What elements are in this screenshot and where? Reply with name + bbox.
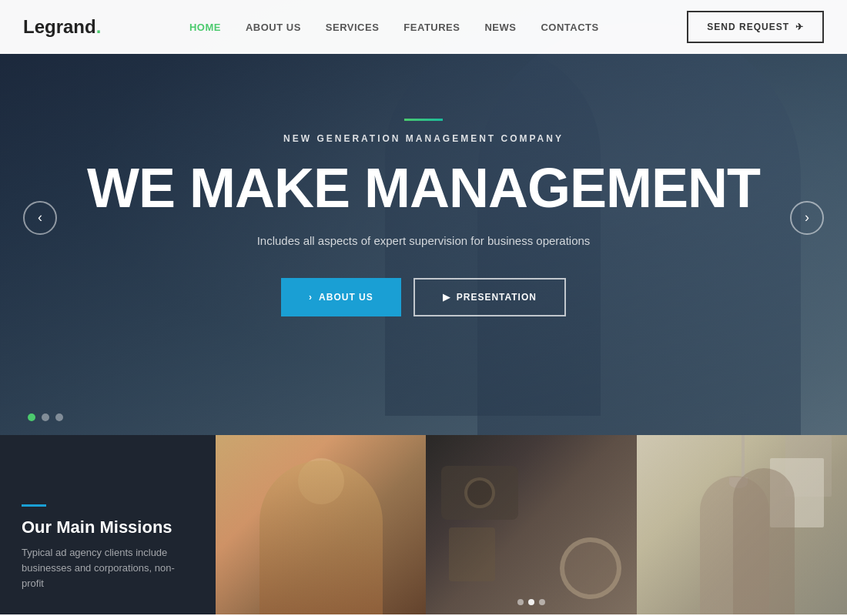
chevron-right-icon: › xyxy=(805,209,809,226)
hero-slider-dots xyxy=(28,413,63,421)
panel2-dot-1[interactable] xyxy=(517,599,524,605)
logo[interactable]: Legrand. xyxy=(23,16,101,38)
missions-panel: Our Main Missions Typical ad agency clie… xyxy=(0,435,216,614)
nav-item-features[interactable]: FEATURES xyxy=(403,20,460,34)
send-request-label: SEND REQUEST xyxy=(707,22,789,32)
slider-dot-3[interactable] xyxy=(55,413,63,421)
nav-link-features[interactable]: FEATURES xyxy=(403,22,460,33)
light-overlay xyxy=(637,435,847,614)
photo-overlay-2 xyxy=(426,435,636,614)
send-icon: ✈ xyxy=(795,22,804,32)
photo-panel-business xyxy=(637,435,847,614)
hero-section: ‹ NEW GENERATION MANAGEMENT COMPANY WE M… xyxy=(0,0,847,435)
hero-buttons: › ABOUT US ▶ PRESENTATION xyxy=(281,278,566,316)
nav-item-about[interactable]: ABOUT US xyxy=(246,20,301,34)
bottom-photos xyxy=(216,435,847,614)
hero-content: NEW GENERATION MANAGEMENT COMPANY WE MAK… xyxy=(0,0,847,435)
warm-overlay xyxy=(216,435,426,614)
nav-link-home[interactable]: HOME xyxy=(189,22,221,33)
nav-item-news[interactable]: NEWS xyxy=(484,20,516,34)
play-icon: ▶ xyxy=(443,292,450,303)
panel2-dot-2[interactable] xyxy=(528,599,534,605)
hero-description: Includes all aspects of expert supervisi… xyxy=(257,234,591,247)
nav-item-home[interactable]: HOME xyxy=(189,20,221,34)
hero-title: WE MAKE MANAGEMENT xyxy=(87,159,760,218)
photo-panel-woman xyxy=(216,435,426,614)
photo-overlay-3 xyxy=(637,435,847,614)
nav-item-contacts[interactable]: CONTACTS xyxy=(541,20,598,34)
hero-subtitle: NEW GENERATION MANAGEMENT COMPANY xyxy=(283,133,564,144)
photo-overlay-1 xyxy=(216,435,426,614)
hero-prev-button[interactable]: ‹ xyxy=(23,201,57,235)
hero-next-button[interactable]: › xyxy=(790,201,824,235)
slider-dot-1[interactable] xyxy=(28,413,35,421)
nav-links: HOME ABOUT US SERVICES FEATURES NEWS CON… xyxy=(189,20,599,34)
nav-link-about[interactable]: ABOUT US xyxy=(246,22,301,33)
chevron-left-icon: ‹ xyxy=(38,209,42,226)
presentation-label: PRESENTATION xyxy=(457,292,537,303)
presentation-button[interactable]: ▶ PRESENTATION xyxy=(413,278,566,316)
missions-description: Typical ad agency clients include busine… xyxy=(22,545,194,591)
nav-link-contacts[interactable]: CONTACTS xyxy=(541,22,598,33)
navbar: Legrand. HOME ABOUT US SERVICES FEATURES… xyxy=(0,0,847,54)
dark-overlay xyxy=(426,435,636,614)
panel2-carousel-dots xyxy=(517,599,545,605)
nav-link-news[interactable]: NEWS xyxy=(484,22,516,33)
chevron-right-icon: › xyxy=(309,292,313,303)
nav-link-services[interactable]: SERVICES xyxy=(326,22,380,33)
slider-dot-2[interactable] xyxy=(42,413,49,421)
panel2-dot-3[interactable] xyxy=(539,599,545,605)
missions-accent-line xyxy=(22,504,46,507)
logo-text: Legrand xyxy=(23,16,96,37)
photo-panel-items xyxy=(426,435,636,614)
about-us-button[interactable]: › ABOUT US xyxy=(281,278,401,316)
about-us-label: ABOUT US xyxy=(319,292,373,303)
nav-item-services[interactable]: SERVICES xyxy=(326,20,380,34)
logo-dot: . xyxy=(96,16,102,37)
hero-accent-line xyxy=(404,119,443,121)
bottom-section: Our Main Missions Typical ad agency clie… xyxy=(0,435,847,614)
missions-heading: Our Main Missions xyxy=(22,517,194,537)
send-request-button[interactable]: SEND REQUEST ✈ xyxy=(687,11,824,43)
